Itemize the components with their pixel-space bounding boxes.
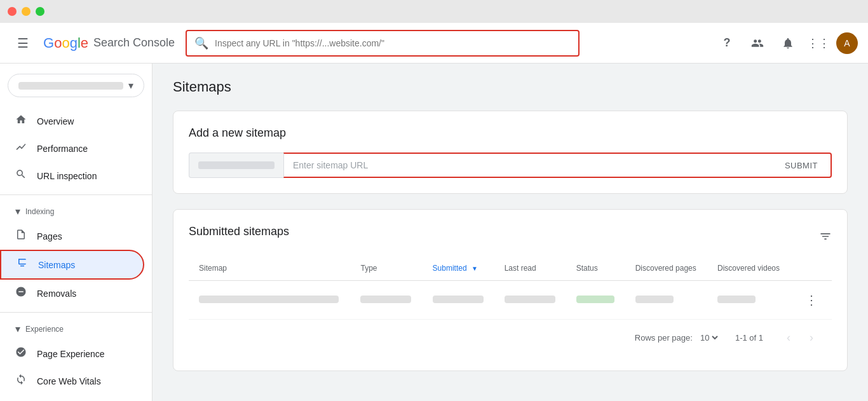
table-head: Sitemap Type Submitted ▼ Last read xyxy=(189,256,832,281)
row-action: ⋮ xyxy=(801,290,822,310)
body: ▾ Overview Performance URL inspection xyxy=(0,64,868,401)
page-title: Sitemaps xyxy=(173,79,848,95)
main-content: Sitemaps Add a new sitemap SUBMIT Submit… xyxy=(153,64,868,401)
submit-sitemap-button[interactable]: SUBMIT xyxy=(772,153,832,178)
cell-type xyxy=(350,281,422,320)
menu-button[interactable]: ☰ xyxy=(10,31,36,56)
sidebar-label-core-web-vitals: Core Web Vitals xyxy=(37,376,101,386)
experience-section-header[interactable]: ▾ Experience xyxy=(0,318,152,340)
next-page-button[interactable]: › xyxy=(801,327,822,348)
maximize-button[interactable] xyxy=(36,7,44,16)
sidebar-item-performance[interactable]: Performance xyxy=(0,135,144,162)
table-header-row: Submitted sitemaps xyxy=(189,225,832,251)
sidebar-item-overview[interactable]: Overview xyxy=(0,107,144,135)
pagination: Rows per page: 10 25 50 1-1 of 1 ‹ › xyxy=(189,320,832,355)
notifications-button[interactable] xyxy=(775,31,801,56)
filter-icon[interactable] xyxy=(819,230,832,246)
logo: Google Search Console xyxy=(43,35,175,51)
product-name: Search Console xyxy=(93,36,175,50)
rows-per-page-label: Rows per page: xyxy=(635,333,693,343)
divider-1 xyxy=(0,194,152,195)
app: ☰ Google Search Console 🔍 ? ⋮⋮ A xyxy=(0,23,868,401)
sidebar-item-page-experience[interactable]: Page Experience xyxy=(0,340,144,367)
blurred-submitted xyxy=(433,296,484,303)
table-header-row-cols: Sitemap Type Submitted ▼ Last read xyxy=(189,256,832,281)
sidebar-item-core-web-vitals[interactable]: Core Web Vitals xyxy=(0,367,144,395)
cell-discovered-videos xyxy=(707,281,790,320)
rows-per-page-select[interactable]: 10 25 50 xyxy=(698,332,720,343)
core-web-vitals-icon xyxy=(15,374,27,388)
cell-submitted xyxy=(423,281,494,320)
sitemap-url-prefix xyxy=(189,153,283,178)
logo-letter-e: e xyxy=(81,35,88,51)
sitemaps-table: Sitemap Type Submitted ▼ Last read xyxy=(189,256,832,320)
search-bar-wrapper: 🔍 xyxy=(186,30,580,57)
header: ☰ Google Search Console 🔍 ? ⋮⋮ A xyxy=(0,23,868,64)
table-row: ⋮ xyxy=(189,281,832,320)
sidebar-item-sitemaps[interactable]: Sitemaps xyxy=(0,250,144,280)
avatar[interactable]: A xyxy=(836,32,858,54)
sidebar-item-url-inspection[interactable]: URL inspection xyxy=(0,162,144,189)
url-inspection-input[interactable] xyxy=(215,38,571,48)
col-submitted[interactable]: Submitted ▼ xyxy=(423,256,494,281)
manage-users-button[interactable] xyxy=(745,31,770,56)
blurred-discovered-pages xyxy=(635,296,674,303)
header-left: ☰ Google Search Console xyxy=(10,31,175,56)
indexing-section-header[interactable]: ▾ Indexing xyxy=(0,200,152,222)
col-actions xyxy=(790,256,832,281)
cell-row-action: ⋮ xyxy=(790,281,832,320)
submitted-sitemaps-title: Submitted sitemaps xyxy=(189,225,289,238)
apps-button[interactable]: ⋮⋮ xyxy=(806,31,831,56)
notifications-icon xyxy=(782,37,794,50)
close-button[interactable] xyxy=(8,7,17,16)
cell-status xyxy=(566,281,625,320)
sidebar-label-pages: Pages xyxy=(37,231,62,241)
property-selector[interactable]: ▾ xyxy=(8,74,144,97)
rows-per-page: Rows per page: 10 25 50 xyxy=(635,332,720,343)
sort-arrow-icon: ▼ xyxy=(471,265,478,272)
help-button[interactable]: ? xyxy=(714,31,740,56)
add-sitemap-card: Add a new sitemap SUBMIT xyxy=(173,111,848,194)
sidebar-item-removals[interactable]: Removals xyxy=(0,280,144,307)
google-logo: Google xyxy=(43,35,88,51)
blurred-sitemap xyxy=(199,296,339,303)
minimize-button[interactable] xyxy=(22,7,31,16)
sidebar: ▾ Overview Performance URL inspection xyxy=(0,64,153,401)
property-selector-text xyxy=(18,82,123,90)
indexing-section-label: Indexing xyxy=(25,207,54,216)
sidebar-label-removals: Removals xyxy=(37,289,76,299)
header-actions: ? ⋮⋮ A xyxy=(714,31,858,56)
page-nav: ‹ › xyxy=(778,327,822,348)
sidebar-label-overview: Overview xyxy=(37,116,74,126)
logo-letter-g2: g xyxy=(70,35,78,51)
sidebar-item-https[interactable]: HTTPS xyxy=(0,395,144,401)
search-bar: 🔍 xyxy=(186,30,580,57)
sitemap-url-input[interactable] xyxy=(283,153,772,178)
add-sitemap-row: SUBMIT xyxy=(189,153,832,178)
chevron-down-icon: ▾ xyxy=(128,79,133,92)
row-more-button[interactable]: ⋮ xyxy=(801,290,822,310)
sidebar-label-page-experience: Page Experience xyxy=(37,349,105,359)
col-status: Status xyxy=(566,256,625,281)
removals-icon xyxy=(15,286,27,301)
logo-letter-o1: o xyxy=(54,35,62,51)
col-discovered-pages: Discovered pages xyxy=(625,256,707,281)
chevron-icon: ▾ xyxy=(15,205,20,217)
sitemaps-icon xyxy=(17,257,28,272)
submitted-sitemaps-card: Submitted sitemaps Sitemap Type xyxy=(173,209,848,371)
cell-last-read xyxy=(494,281,566,320)
blurred-discovered-videos xyxy=(717,296,756,303)
col-sitemap: Sitemap xyxy=(189,256,350,281)
sidebar-label-performance: Performance xyxy=(37,144,88,154)
page-info: 1-1 of 1 xyxy=(735,333,763,343)
sidebar-item-pages[interactable]: Pages xyxy=(0,222,144,250)
performance-icon xyxy=(15,141,27,156)
search-icon: 🔍 xyxy=(194,36,208,50)
titlebar xyxy=(0,0,868,23)
url-inspection-icon xyxy=(15,168,27,183)
logo-letter-o2: o xyxy=(62,35,69,51)
table-body: ⋮ xyxy=(189,281,832,320)
home-icon xyxy=(15,114,27,128)
prev-page-button[interactable]: ‹ xyxy=(778,327,799,348)
divider-2 xyxy=(0,312,152,313)
